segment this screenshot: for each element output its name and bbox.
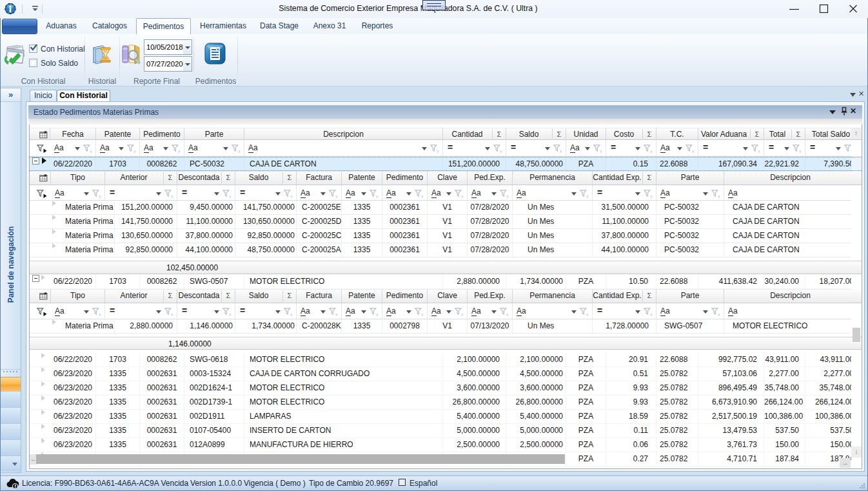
svg-text:x: x bbox=[718, 312, 720, 317]
svg-text:x: x bbox=[461, 312, 464, 317]
svg-text:x: x bbox=[851, 149, 851, 154]
svg-text:x: x bbox=[133, 149, 136, 154]
svg-text:x: x bbox=[229, 312, 232, 317]
svg-text:x: x bbox=[290, 312, 293, 317]
svg-text:x: x bbox=[461, 194, 464, 199]
svg-text:x: x bbox=[335, 194, 338, 199]
svg-text:x: x bbox=[376, 312, 379, 317]
svg-text:x: x bbox=[586, 194, 589, 199]
svg-text:x: x bbox=[178, 149, 181, 154]
svg-text:x: x bbox=[799, 149, 802, 154]
svg-text:x: x bbox=[506, 194, 509, 199]
svg-text:x: x bbox=[506, 312, 509, 317]
svg-text:x: x bbox=[500, 149, 502, 154]
svg-text:x: x bbox=[99, 312, 101, 317]
svg-text:x: x bbox=[718, 194, 720, 199]
svg-text:x: x bbox=[560, 149, 562, 154]
svg-text:x: x bbox=[650, 194, 653, 199]
svg-text:x: x bbox=[99, 194, 101, 199]
svg-text:x: x bbox=[421, 312, 424, 317]
svg-text:x: x bbox=[335, 312, 338, 317]
svg-text:x: x bbox=[171, 312, 173, 317]
svg-text:x: x bbox=[290, 194, 293, 199]
svg-text:x: x bbox=[421, 194, 424, 199]
svg-text:x: x bbox=[600, 149, 602, 154]
svg-text:x: x bbox=[376, 194, 379, 199]
svg-text:x: x bbox=[650, 312, 653, 317]
svg-text:x: x bbox=[238, 149, 241, 154]
svg-text:x: x bbox=[692, 149, 695, 154]
svg-text:x: x bbox=[437, 149, 439, 154]
svg-text:x: x bbox=[758, 149, 760, 154]
svg-text:x: x bbox=[90, 149, 92, 154]
svg-text:x: x bbox=[586, 312, 589, 317]
svg-text:x: x bbox=[171, 194, 173, 199]
svg-text:x: x bbox=[650, 149, 653, 154]
svg-text:x: x bbox=[229, 194, 232, 199]
